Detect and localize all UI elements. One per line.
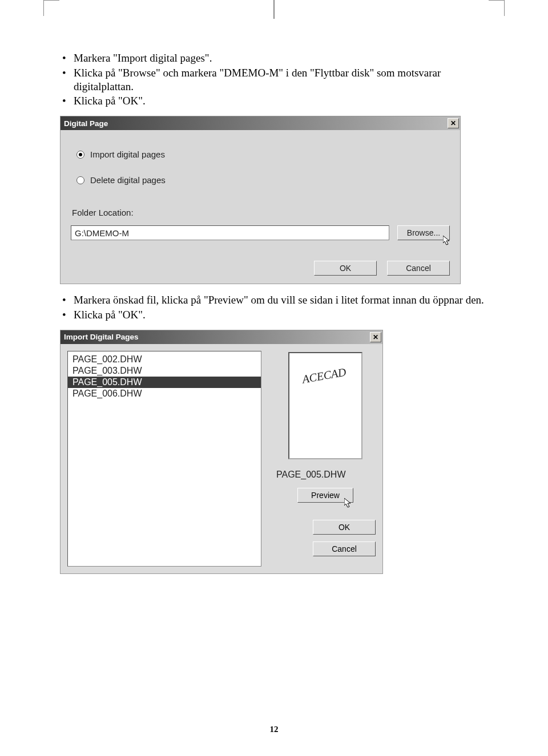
list-item[interactable]: PAGE_006.DHW: [68, 388, 261, 399]
close-icon: ✕: [450, 119, 456, 127]
dialog-titlebar: Import Digital Pages ✕: [61, 330, 382, 344]
instruction-item: Klicka på "Browse" och markera "DMEMO-M"…: [60, 66, 494, 94]
cancel-button[interactable]: Cancel: [313, 541, 376, 556]
page-number: 12: [270, 725, 279, 734]
folder-location-label: Folder Location:: [72, 208, 450, 217]
digital-page-dialog: Digital Page ✕ Import digital pages Dele…: [60, 116, 461, 284]
cancel-button[interactable]: Cancel: [387, 261, 450, 276]
import-radio-row[interactable]: Import digital pages: [76, 149, 450, 159]
dialog-title: Digital Page: [64, 119, 108, 128]
browse-button[interactable]: Browse...: [397, 225, 450, 240]
ok-button[interactable]: OK: [314, 261, 377, 276]
list-item[interactable]: PAGE_005.DHW: [68, 377, 261, 388]
cursor-icon: [443, 236, 453, 246]
dialog-titlebar: Digital Page ✕: [61, 116, 460, 130]
folder-path-value: G:\DMEMO-M: [75, 228, 129, 238]
close-icon: ✕: [373, 333, 378, 341]
svg-marker-0: [443, 236, 449, 245]
cursor-icon: [344, 498, 354, 508]
close-button[interactable]: ✕: [448, 118, 459, 128]
radio-label: Import digital pages: [90, 149, 165, 159]
instruction-item: Klicka på "OK".: [60, 308, 494, 322]
radio-label: Delete digital pages: [90, 175, 166, 185]
list-item[interactable]: PAGE_003.DHW: [68, 365, 261, 377]
list-item[interactable]: PAGE_002.DHW: [68, 354, 261, 365]
instructions-list-1: Markera "Import digital pages". Klicka p…: [60, 51, 494, 108]
svg-marker-1: [344, 498, 350, 507]
preview-content: ACECAD: [301, 365, 348, 386]
radio-icon: [76, 151, 84, 159]
instruction-item: Markera "Import digital pages".: [60, 51, 494, 65]
instruction-item: Markera önskad fil, klicka på "Preview" …: [60, 293, 494, 307]
file-listbox[interactable]: PAGE_002.DHW PAGE_003.DHW PAGE_005.DHW P…: [67, 351, 261, 567]
instructions-list-2: Markera önskad fil, klicka på "Preview" …: [60, 293, 494, 322]
dialog-title: Import Digital Pages: [64, 333, 139, 341]
selected-filename-label: PAGE_005.DHW: [276, 470, 346, 480]
radio-icon: [76, 176, 84, 184]
import-digital-pages-dialog: Import Digital Pages ✕ PAGE_002.DHW PAGE…: [60, 330, 383, 574]
instruction-item: Klicka på "OK".: [60, 94, 494, 108]
delete-radio-row[interactable]: Delete digital pages: [76, 175, 450, 185]
preview-pane: ACECAD: [288, 352, 362, 459]
close-button[interactable]: ✕: [370, 332, 381, 342]
folder-path-input[interactable]: G:\DMEMO-M: [71, 225, 389, 240]
ok-button[interactable]: OK: [313, 520, 376, 535]
